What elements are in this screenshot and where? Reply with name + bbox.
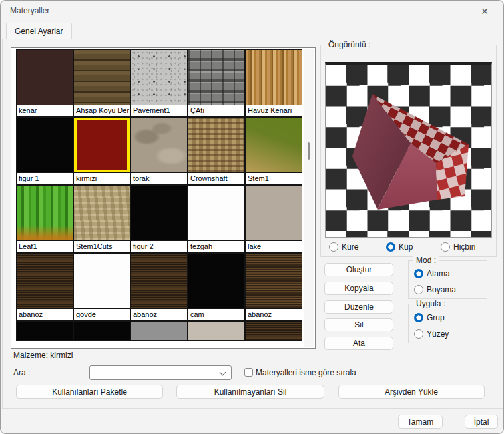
radio-label: Küre	[342, 242, 358, 252]
material-cell[interactable]: ÇAtı	[188, 49, 245, 117]
radio-label: Küp	[399, 242, 413, 252]
mode-group-label: Mod :	[413, 256, 439, 265]
material-name: tezgah	[188, 241, 245, 253]
tab-genel-ayarlar[interactable]: Genel Ayarlar	[6, 23, 72, 39]
radio-icon	[386, 242, 395, 252]
material-thumbnail[interactable]	[16, 49, 73, 105]
material-name: Pavement1	[130, 105, 188, 117]
material-name: kirmizi	[73, 173, 130, 185]
material-cell[interactable]: figür 1	[16, 117, 73, 185]
material-thumbnail[interactable]	[130, 49, 188, 105]
material-thumbnail[interactable]	[130, 185, 188, 241]
search-label: Ara :	[13, 368, 30, 377]
scrollbar-track[interactable]	[304, 49, 314, 347]
scrollbar-thumb[interactable]	[308, 142, 310, 160]
pack-used-button[interactable]: Kullanılanları Paketle	[16, 385, 163, 399]
radio-hicbiri[interactable]: Hiçbiri	[441, 242, 475, 252]
preview-cube	[326, 65, 491, 237]
material-thumbnail[interactable]	[16, 185, 73, 241]
radio-yuzey[interactable]: Yüzey	[414, 329, 449, 339]
material-grid: kenarAhşap Koyu DerPavement1ÇAtıHavuz Ke…	[16, 49, 303, 341]
material-thumbnail[interactable]	[73, 185, 130, 241]
material-cell[interactable]: torak	[130, 117, 188, 185]
material-cell[interactable]: kirmizi	[73, 117, 130, 185]
material-name: kenar	[16, 105, 73, 117]
material-thumbnail[interactable]	[188, 117, 245, 173]
create-button[interactable]: Oluştur	[324, 263, 393, 276]
material-thumbnail[interactable]	[130, 253, 188, 309]
material-cell[interactable]: cam	[188, 253, 245, 321]
radio-boyama[interactable]: Boyama	[414, 285, 456, 294]
material-thumbnail[interactable]	[188, 253, 245, 309]
radio-grup[interactable]: Grup	[414, 313, 445, 322]
material-cell[interactable]: Havuz Kenarı	[245, 49, 302, 117]
material-thumbnail[interactable]	[16, 117, 73, 173]
material-name: figür 2	[130, 241, 188, 253]
radio-atama[interactable]: Atama	[414, 269, 450, 278]
apply-group-label: Uygula :	[413, 299, 448, 308]
material-thumbnail[interactable]	[245, 117, 302, 173]
material-cell[interactable]: figür 2	[130, 185, 188, 253]
material-thumbnail[interactable]	[130, 117, 188, 173]
radio-label: Hiçbiri	[453, 242, 475, 252]
preview-shape-options: Küre Küp Hiçbiri	[326, 242, 491, 254]
material-name: torak	[130, 173, 188, 185]
close-icon[interactable]: ✕	[477, 5, 493, 18]
material-cell-partial[interactable]	[73, 321, 130, 341]
material-cell[interactable]: lake	[245, 185, 302, 253]
material-cell-partial[interactable]	[188, 321, 245, 341]
material-thumbnail[interactable]	[16, 321, 73, 341]
material-cell[interactable]: kenar	[16, 49, 73, 117]
material-thumbnail[interactable]	[245, 49, 302, 105]
material-thumbnail[interactable]	[73, 117, 130, 173]
material-cell[interactable]: Stem1Cuts	[73, 185, 130, 253]
material-cell[interactable]: Stem1	[245, 117, 302, 185]
material-thumbnail[interactable]	[245, 253, 302, 309]
delete-button[interactable]: Sil	[324, 318, 393, 331]
delete-unused-button[interactable]: Kullanılmayanları Sil	[176, 385, 324, 399]
material-thumbnail[interactable]	[188, 185, 245, 241]
material-cell[interactable]: abanoz	[130, 253, 188, 321]
material-cell[interactable]: Crownshaft	[188, 117, 245, 185]
search-combobox[interactable]	[89, 365, 232, 380]
material-thumbnail[interactable]	[188, 49, 245, 105]
material-list: kenarAhşap Koyu DerPavement1ÇAtıHavuz Ke…	[11, 47, 316, 349]
material-name: Ahşap Koyu Der	[73, 105, 130, 117]
radio-icon	[329, 242, 338, 252]
material-cell[interactable]: Ahşap Koyu Der	[73, 49, 130, 117]
copy-button[interactable]: Kopyala	[324, 282, 393, 295]
material-name: abanoz	[130, 309, 188, 321]
material-cell[interactable]: govde	[73, 253, 130, 321]
material-name: abanoz	[245, 309, 302, 321]
material-cell-partial[interactable]	[16, 321, 73, 341]
ok-button[interactable]: Tamam	[398, 415, 443, 429]
material-thumbnail[interactable]	[245, 321, 302, 341]
material-name: Crownshaft	[188, 173, 245, 185]
material-name: Leaf1	[16, 241, 73, 253]
material-cell-partial[interactable]	[130, 321, 188, 341]
material-thumbnail[interactable]	[188, 321, 245, 341]
material-cell[interactable]: abanoz	[16, 253, 73, 321]
edit-button[interactable]: Düzenle	[324, 300, 393, 314]
material-thumbnail[interactable]	[73, 321, 130, 341]
material-cell[interactable]: Pavement1	[130, 49, 188, 117]
radio-icon	[414, 269, 423, 278]
preview-group: Öngörüntü :	[320, 45, 497, 257]
radio-kure[interactable]: Küre	[329, 242, 358, 252]
sort-by-name-checkbox[interactable]	[244, 368, 253, 377]
material-thumbnail[interactable]	[16, 253, 73, 309]
material-cell-partial[interactable]	[245, 321, 302, 341]
material-thumbnail[interactable]	[73, 253, 130, 309]
material-thumbnail[interactable]	[130, 321, 188, 341]
apply-group: Uygula : Grup Yüzey	[408, 304, 487, 343]
material-cell[interactable]: Leaf1	[16, 185, 73, 253]
materials-dialog: Materyaller ✕ Genel Ayarlar kenarAhşap K…	[0, 0, 504, 434]
material-cell[interactable]: tezgah	[188, 185, 245, 253]
assign-button[interactable]: Ata	[324, 337, 393, 350]
cancel-button[interactable]: İptal	[465, 415, 498, 429]
material-cell[interactable]: abanoz	[245, 253, 302, 321]
radio-kup[interactable]: Küp	[386, 242, 413, 252]
load-from-archive-button[interactable]: Arşivden Yükle	[338, 385, 485, 399]
material-thumbnail[interactable]	[245, 185, 302, 241]
material-thumbnail[interactable]	[73, 49, 130, 105]
